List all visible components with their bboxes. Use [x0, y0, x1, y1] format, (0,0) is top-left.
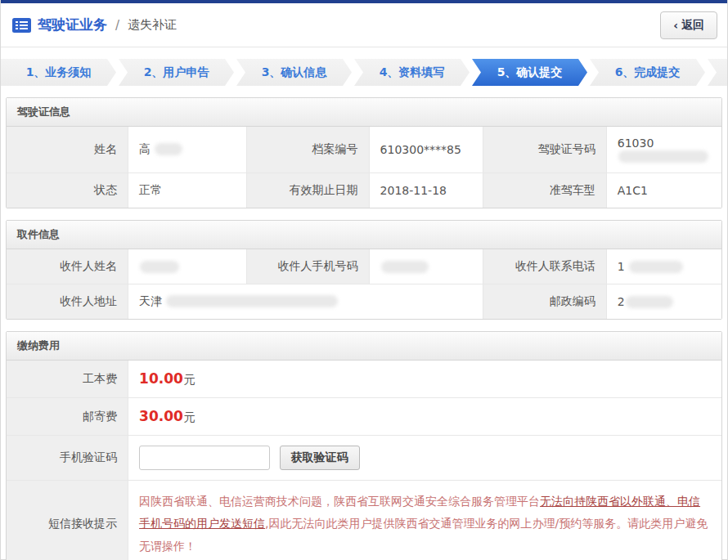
recipient-phone-value: 1 [606, 249, 721, 284]
sms-code-label: 手机验证码 [7, 436, 128, 481]
production-fee-value: 10.00元 [128, 361, 721, 398]
license-section-title: 驾驶证信息 [7, 98, 721, 127]
page-title: 驾驶证业务 [38, 16, 107, 34]
fees-section: 缴纳费用 工本费 10.00元 邮寄费 30.00元 手机验证码 获取验证码 短… [6, 331, 722, 560]
step-bar-filler [708, 59, 727, 86]
name-label: 姓名 [7, 127, 128, 173]
table-row: 工本费 10.00元 [7, 361, 721, 398]
recipient-name-label: 收件人姓名 [7, 249, 128, 284]
sms-notice-label: 短信接收提示 [7, 481, 128, 560]
pickup-section-title: 取件信息 [7, 221, 721, 249]
vehicle-class-value: A1C1 [606, 173, 721, 208]
sms-notice-part1: 因陕西省联通、电信运营商技术问题，陕西省互联网交通安全综合服务管理平台 [139, 495, 540, 508]
production-fee-label: 工本费 [7, 361, 128, 398]
table-row: 收件人姓名 收件人手机号码 收件人联系电话 1 [7, 249, 721, 284]
step-tab-2: 2、用户申告 [119, 59, 234, 86]
recipient-mobile-value [369, 249, 483, 284]
redaction-blur [626, 296, 673, 308]
license-info-table: 姓名 高 档案编号 610300****85 驾驶证号码 61030 状态 正常… [7, 127, 721, 208]
recipient-phone-label: 收件人联系电话 [483, 249, 606, 284]
expiry-date-value: 2018-11-18 [369, 173, 483, 208]
production-fee-unit: 元 [184, 373, 195, 386]
back-button[interactable]: ‹ 返回 [660, 11, 717, 39]
step-progress-bar: 1、业务须知 2、用户申告 3、确认信息 4、资料填写 5、确认提交 6、完成提… [1, 59, 727, 86]
back-chevron-icon: ‹ [673, 19, 678, 32]
pickup-info-section: 取件信息 收件人姓名 收件人手机号码 收件人联系电话 1 收件人地址 天津 邮政… [6, 220, 722, 320]
fees-section-title: 缴纳费用 [7, 332, 721, 361]
status-value: 正常 [128, 173, 247, 208]
postage-fee-amount: 30.00 [139, 408, 183, 424]
name-value: 高 [128, 127, 247, 173]
table-row: 短信接收提示 因陕西省联通、电信运营商技术问题，陕西省互联网交通安全综合服务管理… [7, 481, 721, 560]
redaction-blur [618, 150, 708, 163]
step-tab-3: 3、确认信息 [236, 59, 352, 86]
table-row: 姓名 高 档案编号 610300****85 驾驶证号码 61030 [7, 127, 721, 173]
vehicle-class-label: 准驾车型 [483, 173, 606, 208]
sms-notice-text: 因陕西省联通、电信运营商技术问题，陕西省互联网交通安全综合服务管理平台无法向持陕… [128, 481, 721, 560]
license-number-label: 驾驶证号码 [483, 127, 606, 173]
table-row: 状态 正常 有效期止日期 2018-11-18 准驾车型 A1C1 [7, 173, 721, 208]
table-row: 邮寄费 30.00元 [7, 398, 721, 436]
postcode-value: 2 [606, 284, 721, 320]
list-icon [12, 18, 31, 33]
recipient-address-label: 收件人地址 [7, 284, 128, 320]
postage-fee-label: 邮寄费 [7, 398, 128, 436]
file-number-label: 档案编号 [247, 127, 369, 173]
redaction-blur [140, 261, 179, 273]
table-row: 收件人地址 天津 邮政编码 2 [7, 284, 721, 320]
recipient-name-value [128, 249, 247, 284]
postage-fee-value: 30.00元 [128, 398, 721, 436]
fees-table: 工本费 10.00元 邮寄费 30.00元 手机验证码 获取验证码 短信接收提示… [7, 361, 721, 560]
sms-code-input[interactable] [139, 446, 270, 470]
redaction-blur [155, 143, 182, 155]
file-number-value: 610300****85 [369, 127, 483, 173]
license-info-section: 驾驶证信息 姓名 高 档案编号 610300****85 驾驶证号码 61030… [6, 97, 722, 208]
recipient-mobile-label: 收件人手机号码 [247, 249, 369, 284]
step-tab-1: 1、业务须知 [1, 59, 116, 86]
breadcrumb: 驾驶证业务 / 遗失补证 [12, 16, 177, 34]
title-separator: / [115, 18, 119, 33]
page-header: 驾驶证业务 / 遗失补证 ‹ 返回 [1, 3, 727, 47]
pickup-info-table: 收件人姓名 收件人手机号码 收件人联系电话 1 收件人地址 天津 邮政编码 2 [7, 249, 721, 319]
postage-fee-unit: 元 [184, 410, 195, 423]
redaction-blur [629, 261, 683, 273]
expiry-date-label: 有效期止日期 [247, 173, 369, 208]
page-subtitle: 遗失补证 [128, 17, 177, 33]
back-label: 返回 [681, 18, 704, 33]
table-row: 手机验证码 获取验证码 [7, 436, 721, 481]
redaction-blur [166, 295, 338, 307]
recipient-address-value: 天津 [128, 284, 483, 320]
page: 驾驶证业务 / 遗失补证 ‹ 返回 1、业务须知 2、用户申告 3、确认信息 4… [0, 0, 728, 560]
status-label: 状态 [7, 173, 128, 208]
license-number-value: 61030 [606, 127, 721, 173]
step-tab-5-active: 5、确认提交 [472, 59, 587, 86]
sms-code-cell: 获取验证码 [128, 436, 721, 481]
production-fee-amount: 10.00 [139, 370, 183, 387]
get-code-button[interactable]: 获取验证码 [280, 446, 360, 470]
redaction-blur [381, 261, 429, 273]
step-tab-6: 6、完成提交 [590, 59, 705, 86]
step-tab-4: 4、资料填写 [354, 59, 470, 86]
postcode-label: 邮政编码 [483, 284, 606, 320]
